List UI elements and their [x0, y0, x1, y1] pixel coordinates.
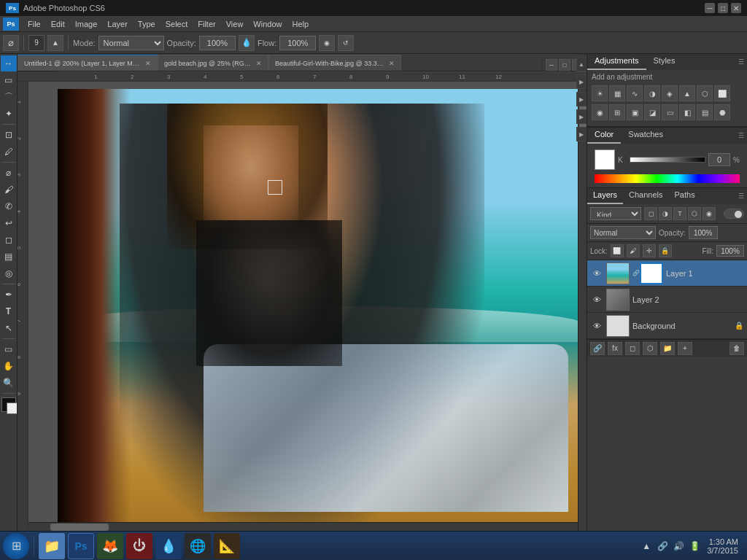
- pen-tool[interactable]: ✒: [1, 287, 17, 303]
- taskbar-photoshop[interactable]: Ps: [68, 533, 94, 559]
- taskbar-app5[interactable]: 📐: [214, 533, 240, 559]
- brightness-icon[interactable]: ☀: [592, 85, 608, 101]
- canvas-image[interactable]: [58, 89, 583, 531]
- bw-icon[interactable]: ⬜: [714, 85, 730, 101]
- layer-1-mask[interactable]: [640, 262, 663, 284]
- tray-battery-icon[interactable]: 🔋: [688, 540, 701, 553]
- lock-transparent-icon[interactable]: ⬜: [611, 244, 624, 257]
- curves-icon[interactable]: ∿: [627, 85, 643, 101]
- brush-tool[interactable]: 🖌: [1, 182, 17, 198]
- taskbar-app3[interactable]: ⏻: [126, 533, 152, 559]
- menu-view[interactable]: View: [222, 18, 248, 30]
- filter-type-icon[interactable]: T: [673, 207, 686, 220]
- canvas-viewport[interactable]: 1 2 3 4 5 6 7 8 9: [18, 82, 587, 531]
- add-group-icon[interactable]: 📁: [660, 342, 675, 355]
- type-tool[interactable]: T: [1, 303, 17, 319]
- panel-toggle-4[interactable]: ▶: [576, 127, 587, 141]
- tray-volume-icon[interactable]: 🔊: [672, 540, 685, 553]
- menu-select[interactable]: Select: [161, 18, 193, 30]
- lock-pixels-icon[interactable]: 🖌: [627, 244, 640, 257]
- taskbar-app4[interactable]: 💧: [155, 533, 182, 559]
- panel-options-icon[interactable]: ☰: [738, 58, 744, 66]
- scrollbar-h[interactable]: [28, 522, 578, 531]
- menu-filter[interactable]: Filter: [193, 18, 220, 30]
- delete-layer-icon[interactable]: 🗑: [729, 342, 744, 355]
- lasso-tool[interactable]: ⌒: [1, 89, 17, 105]
- tab-untitled1[interactable]: Untitled-1 @ 200% (Layer 1, Layer Mask/8…: [18, 55, 158, 71]
- healing-brush-tool[interactable]: ⌀: [1, 165, 17, 181]
- opacity-value-input[interactable]: [689, 226, 718, 239]
- filter-smart-icon[interactable]: ◉: [703, 207, 716, 220]
- opacity-input[interactable]: [199, 36, 236, 50]
- layer-1-visibility[interactable]: 👁: [590, 267, 603, 280]
- tab-color[interactable]: Color: [587, 128, 621, 144]
- flow-input[interactable]: [279, 36, 316, 50]
- tray-network-icon[interactable]: 🔗: [656, 540, 669, 553]
- gradient-tool[interactable]: ▤: [1, 249, 17, 265]
- add-mask-icon[interactable]: ◻: [625, 342, 640, 355]
- taskbar-explorer[interactable]: 📁: [39, 533, 65, 559]
- color-panel-options[interactable]: ☰: [738, 132, 744, 139]
- tab-close-3[interactable]: ✕: [389, 60, 395, 67]
- layer-bg-visibility[interactable]: 👁: [590, 319, 603, 332]
- blur-tool[interactable]: ◎: [1, 265, 17, 281]
- menu-type[interactable]: Type: [133, 18, 160, 30]
- lock-all-icon[interactable]: 🔒: [659, 244, 672, 257]
- vibrance-icon[interactable]: ◈: [662, 85, 678, 101]
- filter-adjustment-icon[interactable]: ◑: [659, 207, 672, 220]
- layer-2-visibility[interactable]: 👁: [590, 293, 603, 306]
- color-spectrum-bar[interactable]: [595, 174, 740, 183]
- fill-input[interactable]: [716, 245, 744, 257]
- threshold-icon[interactable]: ◧: [679, 104, 695, 120]
- zoom-tool[interactable]: 🔍: [1, 375, 17, 391]
- canvas-content[interactable]: [58, 89, 583, 531]
- airbrush-toggle[interactable]: 💧: [239, 35, 255, 51]
- add-layer-icon[interactable]: +: [678, 342, 692, 355]
- tab-layers[interactable]: Layers: [587, 188, 623, 204]
- blend-mode-select[interactable]: Normal Dissolve Multiply Screen Overlay: [590, 226, 656, 239]
- tray-hide-icon[interactable]: ▲: [640, 540, 653, 553]
- collapse-top-btn[interactable]: ▲: [576, 57, 587, 71]
- maximize-button[interactable]: □: [718, 3, 728, 13]
- menu-edit[interactable]: Edit: [47, 18, 69, 30]
- tab-close-1[interactable]: ✕: [145, 60, 151, 67]
- hsl-icon[interactable]: ▲: [679, 85, 695, 101]
- color-k-input[interactable]: [708, 153, 730, 166]
- tab-paths[interactable]: Paths: [669, 188, 701, 204]
- exposure-icon[interactable]: ◑: [644, 85, 660, 101]
- taskbar-firefox[interactable]: 🦊: [97, 533, 123, 559]
- start-button[interactable]: ⊞: [3, 533, 29, 559]
- scrollbar-thumb-h[interactable]: [50, 524, 109, 531]
- invert-icon[interactable]: ◪: [644, 104, 660, 120]
- panel-min-button[interactable]: ─: [546, 59, 557, 71]
- menu-window[interactable]: Window: [249, 18, 286, 30]
- tablet-pressure[interactable]: ◉: [319, 35, 335, 51]
- filter-toggle[interactable]: [724, 209, 744, 219]
- eyedropper-tool[interactable]: 🖊: [1, 144, 17, 160]
- menu-layer[interactable]: Layer: [103, 18, 132, 30]
- filter-type-select[interactable]: Kind: [590, 207, 641, 220]
- channelmixer-icon[interactable]: ⊞: [609, 104, 625, 120]
- rectangle-tool[interactable]: ▭: [1, 341, 17, 357]
- mode-select[interactable]: Normal Dissolve Multiply Screen Overlay: [98, 36, 164, 50]
- brush-size-up[interactable]: ▲: [47, 35, 63, 51]
- taskbar-chrome[interactable]: 🌐: [185, 533, 211, 559]
- photofilter-icon[interactable]: ◉: [592, 104, 608, 120]
- layer-item-bg[interactable]: 👁 Background 🔒: [587, 313, 747, 339]
- tab-adjustments[interactable]: Adjustments: [587, 54, 646, 70]
- levels-icon[interactable]: ▦: [609, 85, 625, 101]
- tab-gold-beach[interactable]: gold beach.jpg @ 25% (RGB/... ✕: [158, 55, 268, 71]
- layer-item-2[interactable]: 👁 Layer 2: [587, 287, 747, 313]
- tab-channels[interactable]: Channels: [623, 188, 668, 204]
- tab-close-2[interactable]: ✕: [256, 60, 262, 67]
- move-tool[interactable]: ↔: [1, 55, 17, 71]
- layers-panel-options[interactable]: ☰: [738, 192, 744, 200]
- menu-help[interactable]: Help: [287, 18, 313, 30]
- foreground-color[interactable]: [1, 397, 16, 412]
- color-k-slider[interactable]: [630, 157, 705, 163]
- tab-beautiful-girl[interactable]: Beautiful-Girl-With-Bike.jpg @ 33.3% (RG…: [268, 55, 401, 71]
- crop-tool[interactable]: ⊡: [1, 127, 17, 143]
- history-brush-tool[interactable]: ↩: [1, 215, 17, 231]
- marquee-tool[interactable]: ▭: [1, 72, 17, 88]
- system-clock[interactable]: 1:30 AM 3/7/2015: [707, 537, 744, 555]
